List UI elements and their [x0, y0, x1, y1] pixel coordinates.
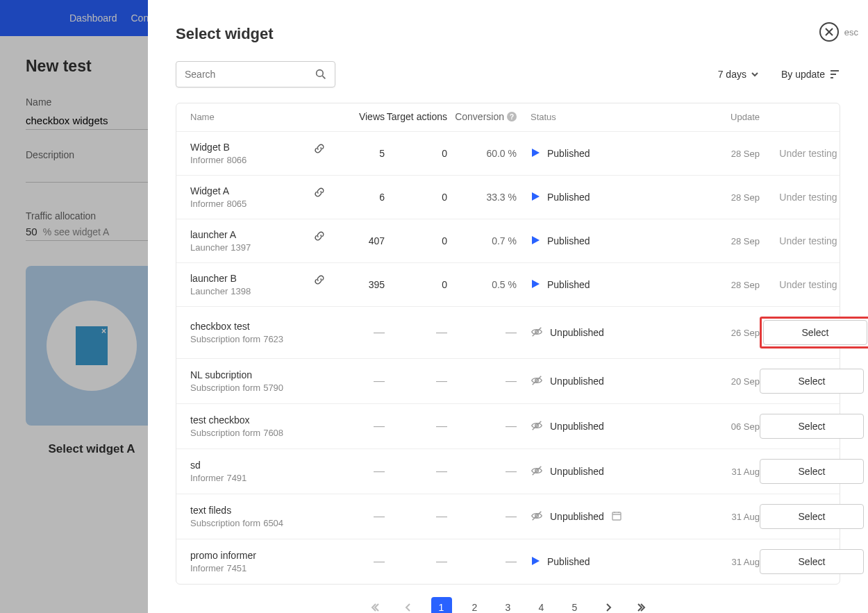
action-cell: Under testing — [760, 235, 857, 246]
play-icon — [531, 279, 540, 291]
period-dropdown[interactable]: 7 days — [718, 69, 759, 80]
status-cell: Unpublished — [517, 510, 683, 524]
select-button-highlighted[interactable]: Select — [760, 317, 868, 349]
page-next[interactable] — [598, 597, 619, 613]
page-2[interactable]: 2 — [465, 597, 485, 613]
widget-name-cell: text filedsSubscription form6504 — [190, 505, 329, 528]
table-row: text filedsSubscription form6504———Unpub… — [176, 494, 840, 539]
views-cell: 6 — [329, 192, 385, 203]
table-row: Widget BInformer80665060.0 %Published28 … — [176, 131, 840, 175]
widget-name: launcher A — [190, 229, 329, 240]
eye-off-icon — [531, 374, 543, 389]
widget-name-cell: promo informerInformer7451 — [190, 550, 329, 573]
under-testing-label: Under testing — [779, 148, 837, 159]
widget-name-cell: NL subcriptionSubscription form5790 — [190, 369, 329, 393]
page-5[interactable]: 5 — [565, 597, 585, 613]
status-text: Published — [547, 148, 590, 159]
views-cell: — — [329, 375, 385, 387]
widget-subtype: Subscription form7608 — [190, 428, 329, 438]
widget-name: checkbox test — [190, 321, 329, 332]
update-cell: 31 Aug — [683, 557, 760, 567]
page-first[interactable] — [365, 597, 385, 613]
page-last[interactable] — [631, 597, 652, 613]
table-row: NL subcriptionSubscription form5790———Un… — [176, 358, 840, 403]
play-icon — [531, 192, 540, 203]
page-prev[interactable] — [398, 597, 419, 613]
widget-name-cell: Widget AInformer8065 — [190, 185, 329, 209]
table-row: Widget AInformer80656033.3 %Published28 … — [176, 175, 840, 219]
target-cell: — — [385, 375, 447, 387]
eye-off-icon — [531, 419, 543, 434]
help-icon[interactable]: ? — [507, 112, 517, 121]
conversion-cell: 33.3 % — [447, 192, 517, 203]
search-box[interactable] — [176, 61, 335, 87]
views-cell: — — [329, 510, 385, 523]
col-views: Views — [329, 111, 385, 122]
views-cell: 395 — [329, 279, 385, 290]
widget-subtype: Launcher1397 — [190, 242, 329, 253]
page-1[interactable]: 1 — [431, 597, 452, 613]
link-icon[interactable] — [314, 274, 325, 285]
page-4[interactable]: 4 — [531, 597, 552, 613]
status-cell: Unpublished — [517, 419, 683, 434]
select-button[interactable]: Select — [760, 459, 864, 484]
link-icon[interactable] — [314, 187, 325, 198]
select-button[interactable]: Select — [760, 369, 864, 394]
play-icon — [531, 556, 540, 568]
close-button[interactable] — [819, 22, 839, 42]
link-icon[interactable] — [314, 230, 325, 242]
sort-value: By update — [781, 69, 825, 80]
widget-name: NL subcription — [190, 369, 329, 380]
widget-subtype: Subscription form6504 — [190, 518, 329, 528]
widget-name: text fileds — [190, 505, 329, 516]
select-button[interactable]: Select — [760, 549, 864, 574]
play-icon — [531, 148, 540, 160]
target-cell: — — [385, 465, 447, 478]
views-cell: — — [329, 465, 385, 478]
search-input[interactable] — [185, 69, 315, 80]
widget-name: Widget B — [190, 142, 329, 153]
eye-off-icon — [531, 326, 543, 340]
target-cell: — — [385, 420, 447, 433]
status-cell: Unpublished — [517, 374, 683, 389]
update-cell: 31 Aug — [683, 512, 760, 522]
sort-dropdown[interactable]: By update — [781, 69, 840, 80]
col-status: Status — [517, 112, 683, 122]
widget-name-cell: test checkboxSubscription form7608 — [190, 414, 329, 438]
views-cell: 5 — [329, 148, 385, 159]
widget-subtype: Informer8066 — [190, 155, 329, 165]
conversion-cell: — — [447, 375, 517, 387]
update-cell: 28 Sep — [683, 280, 760, 290]
link-icon[interactable] — [314, 143, 325, 154]
select-widget-modal: esc Select widget 7 days By update Name … — [148, 0, 868, 613]
conversion-cell: — — [447, 326, 517, 339]
status-text: Unpublished — [550, 421, 604, 432]
conversion-cell: — — [447, 465, 517, 478]
update-cell: 28 Sep — [683, 236, 760, 246]
select-button[interactable]: Select — [760, 414, 864, 439]
status-cell: Unpublished — [517, 326, 683, 340]
status-text: Published — [547, 556, 590, 567]
table-header: Name Views Target actions Conversion ? S… — [176, 103, 840, 131]
target-cell: 0 — [385, 192, 447, 203]
status-text: Unpublished — [550, 376, 604, 387]
esc-label: esc — [844, 27, 858, 37]
svg-point-0 — [317, 70, 324, 77]
table-row: launcher BLauncher139839500.5 %Published… — [176, 262, 840, 306]
page-3[interactable]: 3 — [498, 597, 519, 613]
table-row: checkbox testSubscription form7623———Unp… — [176, 306, 840, 358]
views-cell: — — [329, 555, 385, 568]
status-cell: Published — [517, 192, 683, 203]
status-cell: Published — [517, 148, 683, 160]
conversion-cell: — — [447, 555, 517, 568]
widget-subtype: Subscription form5790 — [190, 383, 329, 393]
widget-subtype: Launcher1398 — [190, 286, 329, 296]
status-cell: Published — [517, 279, 683, 291]
modal-title: Select widget — [176, 25, 840, 43]
widget-name-cell: sdInformer7491 — [190, 460, 329, 483]
widget-table: Name Views Target actions Conversion ? S… — [176, 103, 840, 585]
target-cell: 0 — [385, 148, 447, 159]
update-cell: 06 Sep — [683, 421, 760, 432]
select-button[interactable]: Select — [760, 504, 864, 529]
conversion-cell: — — [447, 510, 517, 523]
